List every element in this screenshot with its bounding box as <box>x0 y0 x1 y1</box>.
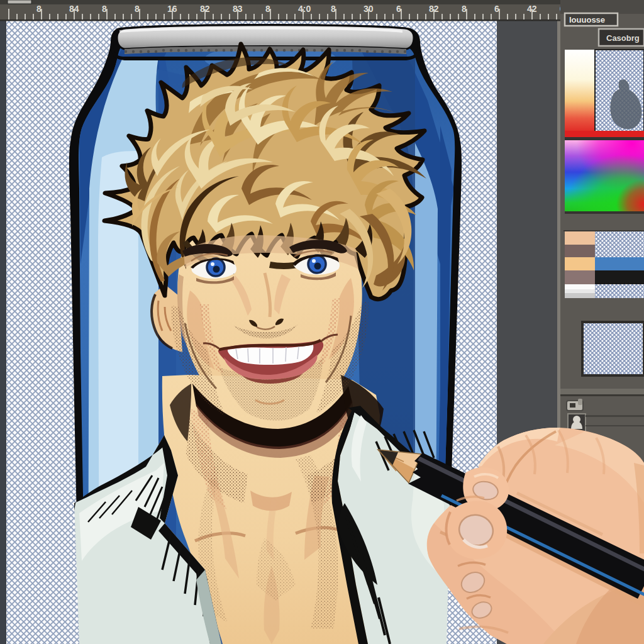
svg-text:Iouuosse: Iouuosse <box>569 15 605 25</box>
svg-text:8: 8 <box>265 4 270 14</box>
svg-text:83: 83 <box>233 4 243 14</box>
svg-text:30: 30 <box>364 4 374 14</box>
svg-text:82: 82 <box>200 4 210 14</box>
svg-text:8: 8 <box>102 4 107 14</box>
svg-text:84: 84 <box>69 4 79 14</box>
svg-text:82: 82 <box>429 4 439 14</box>
svg-text:8: 8 <box>462 4 467 14</box>
svg-text:8: 8 <box>135 4 140 14</box>
svg-text:Casobrg: Casobrg <box>606 33 640 43</box>
svg-text:16: 16 <box>167 4 177 14</box>
svg-text:6: 6 <box>494 4 499 14</box>
svg-text:8: 8 <box>36 4 42 14</box>
svg-text:6: 6 <box>396 4 401 14</box>
svg-text:4:0: 4:0 <box>298 4 311 14</box>
svg-text:8: 8 <box>331 4 336 14</box>
svg-text:42: 42 <box>527 4 537 14</box>
